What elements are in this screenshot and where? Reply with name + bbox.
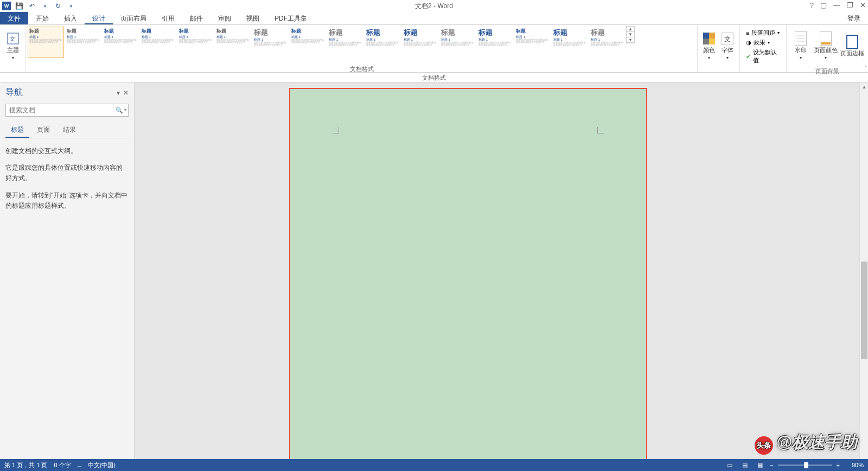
main-area: 导航 ▾ ✕ 🔍▾ 标题 页面 结果 创建文档的交互式大纲。 它是跟踪您的具体位… [0,82,868,470]
vertical-scrollbar[interactable]: ▲ ▼ [859,82,868,470]
margin-marker-tl [333,127,339,133]
style-gallery-item[interactable]: 标题标题 1标题"标题"标题与正文标题标题"标题"标题标题标题正文标题正文 [402,27,438,58]
page-bg-group-label: 页面背景 [787,67,868,77]
tab-layout[interactable]: 页面布局 [113,12,154,24]
quick-access-toolbar: W 💾 ↶ ▾ ↻ ▾ [0,1,76,11]
style-gallery-item[interactable]: 标题标题 1标题"标题"标题与正文标题标题"标题"标题标题标题正文标题正文 [65,27,101,58]
nav-close-icon[interactable]: ✕ [123,89,129,97]
style-gallery-item[interactable]: 标题标题 1标题"标题"标题与正文标题标题"标题"标题标题标题正文标题正文 [439,27,476,58]
themes-button[interactable]: 文 主题 ▾ [2,27,23,65]
spacing-icon: ≡ [746,30,749,36]
style-gallery-item[interactable]: 标题标题 1标题"标题"标题与正文标题标题"标题"标题标题标题正文标题正文 [552,27,588,58]
document-page[interactable] [289,88,647,462]
nav-msg-1: 创建文档的交互式大纲。 [5,146,129,156]
colors-label: 颜色 [703,46,715,54]
tab-design[interactable]: 设计 [85,12,113,24]
gallery-more-icon[interactable]: ▾ [627,37,634,43]
svg-text:文: 文 [10,36,15,42]
close-icon[interactable]: ✕ [860,1,866,9]
svg-rect-3 [709,33,715,39]
minimize-icon[interactable]: — [833,1,840,9]
style-gallery-item[interactable]: 标题标题 1标题"标题"标题与正文标题标题"标题"标题标题标题正文标题正文 [177,27,214,58]
nav-tabs: 标题 页面 结果 [5,123,129,138]
restore-icon[interactable]: ❐ [847,1,853,9]
document-title: 文档2 - Word [415,2,453,11]
style-gallery-item[interactable]: 标题标题 1标题"标题"标题与正文标题标题"标题"标题标题标题正文标题正文 [290,27,326,58]
nav-msg-2: 它是跟踪您的具体位置或快速移动内容的好方式。 [5,163,129,183]
nav-tab-headings[interactable]: 标题 [5,123,29,138]
fonts-icon: 文 [721,32,734,45]
zoom-in-icon[interactable]: + [837,462,840,468]
collapse-ribbon-icon[interactable]: ˄ [864,65,867,71]
tab-view[interactable]: 视图 [239,12,267,24]
svg-rect-13 [821,42,831,44]
login-link[interactable]: 登录 [845,12,863,26]
page-count[interactable]: 第 1 页，共 1 页 [4,461,47,469]
zoom-value[interactable]: 90% [844,462,864,468]
web-layout-icon[interactable]: ▦ [755,461,765,469]
tab-references[interactable]: 引用 [154,12,182,24]
save-icon[interactable]: 💾 [14,1,24,11]
word-app-icon: W [2,2,11,10]
word-count[interactable]: 0 个字 [54,461,71,469]
svg-rect-5 [709,39,715,44]
navigation-pane: 导航 ▾ ✕ 🔍▾ 标题 页面 结果 创建文档的交互式大纲。 它是跟踪您的具体位… [0,82,135,470]
document-area[interactable]: ▲ ▼ [135,82,868,470]
redo-icon[interactable]: ↻ [53,1,63,11]
search-input[interactable] [6,104,113,116]
tab-mailings[interactable]: 邮件 [182,12,210,24]
style-gallery-item[interactable]: 标题标题 1标题"标题"标题与正文标题标题"标题"标题标题标题正文标题正文 [365,27,401,58]
style-gallery-item[interactable]: 标题标题 1标题"标题"标题与正文标题标题"标题"标题标题标题正文标题正文 [589,27,626,58]
page-border-icon [846,35,859,48]
ribbon: 文 主题 ▾ 标题标题 1标题"标题"标题与正文标题标题"标题"标题标题标题正文… [0,25,868,73]
read-mode-icon[interactable]: ▭ [724,461,735,469]
tab-review[interactable]: 审阅 [210,12,239,24]
page-border-button[interactable]: 页面边框 [839,27,866,65]
colors-button[interactable]: 颜色▾ [700,27,718,65]
zoom-knob[interactable] [804,462,808,468]
tab-insert[interactable]: 插入 [56,12,85,24]
lang-icon[interactable]: ⎵ [78,461,81,469]
gallery-group-label: 文档格式 [26,65,697,74]
chevron-down-icon: ▾ [12,55,14,60]
page-color-button[interactable]: 页面颜色▾ [812,27,839,65]
style-gallery-item[interactable]: 标题标题 1标题"标题"标题与正文标题标题"标题"标题标题标题正文标题正文 [215,27,251,58]
nav-dropdown-icon[interactable]: ▾ [117,89,120,97]
qat-customize-icon[interactable]: ▾ [66,1,76,11]
search-icon[interactable]: 🔍▾ [113,104,128,116]
ribbon-options-icon[interactable]: ▢ [820,1,827,9]
style-gallery-item[interactable]: 标题标题 1标题"标题"标题与正文标题标题"标题"标题标题标题正文标题正文 [28,27,64,58]
paragraph-spacing-button[interactable]: ≡段落间距▾ [745,28,781,37]
gallery-up-icon[interactable]: ▲ [627,27,634,32]
title-bar: W 💾 ↶ ▾ ↻ ▾ 文档2 - Word ? ▢ — ❐ ✕ [0,0,868,12]
scroll-up-icon[interactable]: ▲ [860,82,868,91]
scroll-thumb[interactable] [861,262,867,359]
watermark-button[interactable]: 水印▾ [789,27,812,65]
margin-marker-tr [597,127,604,133]
style-gallery-item[interactable]: 标题标题 1标题"标题"标题与正文标题标题"标题"标题标题标题正文标题正文 [327,27,363,58]
tab-file[interactable]: 文件 [0,12,28,24]
fonts-button[interactable]: 文 字体▾ [718,27,737,65]
print-layout-icon[interactable]: ▤ [739,461,750,469]
undo-more-icon[interactable]: ▾ [40,1,50,11]
style-gallery-item[interactable]: 标题标题 1标题"标题"标题与正文标题标题"标题"标题标题标题正文标题正文 [252,27,289,58]
language[interactable]: 中文(中国) [88,461,116,469]
style-gallery-item[interactable]: 标题标题 1标题"标题"标题与正文标题标题"标题"标题标题标题正文标题正文 [103,27,139,58]
effects-button[interactable]: ◑效果▾ [745,38,781,47]
style-gallery-item[interactable]: 标题标题 1标题"标题"标题与正文标题标题"标题"标题标题标题正文标题正文 [514,27,551,58]
undo-icon[interactable]: ↶ [27,1,37,11]
help-icon[interactable]: ? [810,1,814,9]
style-gallery[interactable]: 标题标题 1标题"标题"标题与正文标题标题"标题"标题标题标题正文标题正文标题标… [27,26,626,64]
watermark-icon [794,32,807,45]
effects-icon: ◑ [746,39,751,46]
set-default-button[interactable]: ✔设为默认值 [745,48,781,65]
zoom-out-icon[interactable]: − [770,462,773,468]
nav-tab-results[interactable]: 结果 [58,123,81,138]
style-gallery-item[interactable]: 标题标题 1标题"标题"标题与正文标题标题"标题"标题标题标题正文标题正文 [140,27,176,58]
nav-tab-pages[interactable]: 页面 [31,123,55,138]
style-gallery-item[interactable]: 标题标题 1标题"标题"标题与正文标题标题"标题"标题标题标题正文标题正文 [477,27,513,58]
tab-pdf[interactable]: PDF工具集 [267,12,315,24]
tab-home[interactable]: 开始 [28,12,56,24]
zoom-slider[interactable] [778,464,832,466]
gallery-down-icon[interactable]: ▼ [627,32,634,37]
